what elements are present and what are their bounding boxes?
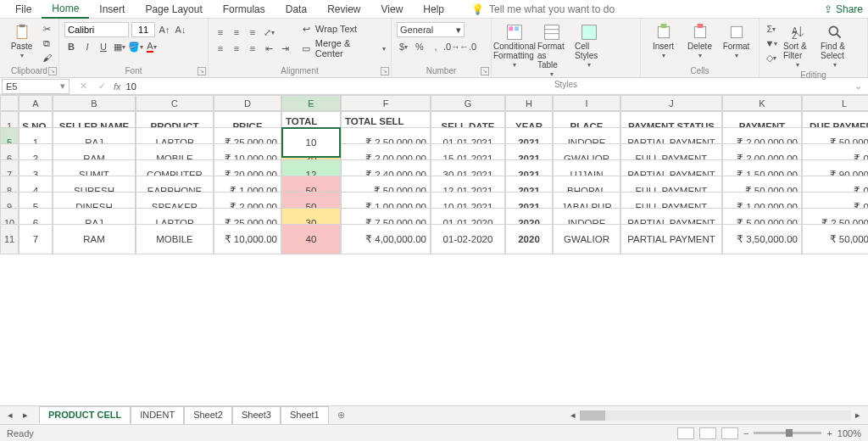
cell-K11[interactable]: ₹ 3,50,000.00 [722,224,802,254]
sheet-nav-next-icon[interactable]: ▸ [19,409,32,422]
menu-tab-help[interactable]: Help [413,1,454,18]
tell-me[interactable]: 💡Tell me what you want to do [471,3,615,15]
border-icon[interactable]: ▦ [113,40,126,53]
cell-C11[interactable]: MOBILE [136,224,214,254]
zoom-level[interactable]: 100% [837,428,861,438]
delete-cells-button[interactable]: Delete [682,22,717,61]
hscroll-track[interactable] [580,410,851,421]
decrease-decimal-icon[interactable]: ←.0 [461,40,475,53]
col-header-E[interactable]: E [281,95,341,111]
view-normal-button[interactable] [677,427,694,439]
number-format-select[interactable]: General▾ [397,22,465,37]
font-name-select[interactable] [64,22,129,37]
hscroll-left-icon[interactable]: ◂ [566,409,580,422]
col-header-K[interactable]: K [722,95,802,111]
increase-font-icon[interactable]: A↑ [158,23,171,36]
sheet-tab-1[interactable]: INDENT [131,406,184,424]
add-sheet-button[interactable]: ⊕ [329,407,353,423]
sheet-nav-prev-icon[interactable]: ◂ [3,409,17,422]
align-center-icon[interactable]: ≡ [230,42,243,55]
conditional-formatting-button[interactable]: Conditional Formatting [497,22,532,70]
cell-F11[interactable]: ₹ 4,00,000.00 [341,224,431,254]
row-header-11[interactable]: 11 [0,224,19,254]
find-select-button[interactable]: Find & Select [817,22,853,70]
menu-tab-view[interactable]: View [371,1,414,18]
merge-center-button[interactable]: ▭Merge & Center [299,38,386,59]
sheet-tab-2[interactable]: Sheet2 [184,406,232,424]
decrease-font-icon[interactable]: A↓ [174,23,187,36]
align-bottom-icon[interactable]: ≡ [246,25,259,39]
spreadsheet-grid[interactable]: ABCDEFGHIJKL1S.NO.SELLER NAMEPRODUCTPRIC… [0,95,868,405]
cell-E11[interactable]: 40 [281,224,341,254]
sheet-tab-4[interactable]: Sheet1 [281,406,329,424]
wrap-text-button[interactable]: ↩Wrap Text [299,22,386,36]
cancel-formula-icon[interactable]: ✕ [76,80,90,93]
name-box[interactable]: E5▾ [2,79,70,94]
col-header-J[interactable]: J [620,95,722,111]
fx-icon[interactable]: fx [114,81,121,92]
cell-G11[interactable]: 01-02-2020 [431,224,505,254]
font-launcher[interactable]: ↘ [198,67,206,75]
col-header-G[interactable]: G [431,95,505,111]
align-right-icon[interactable]: ≡ [246,42,259,55]
col-header-B[interactable]: B [53,95,136,111]
copy-icon[interactable]: ⧉ [40,36,53,50]
align-left-icon[interactable]: ≡ [214,42,227,55]
number-launcher[interactable]: ↘ [481,67,489,75]
zoom-out-button[interactable]: − [743,428,748,438]
fill-icon[interactable]: ▼ [765,36,778,50]
cell-B11[interactable]: RAM [53,224,136,254]
col-header-I[interactable]: I [553,95,620,111]
format-cells-button[interactable]: Format [719,22,754,61]
hscroll-thumb[interactable] [580,410,605,421]
enter-formula-icon[interactable]: ✓ [95,80,108,93]
hscroll-right-icon[interactable]: ▸ [851,409,865,422]
view-pagelayout-button[interactable] [699,427,716,439]
fill-color-icon[interactable]: 🪣 [129,40,142,53]
cell-J11[interactable]: PARTIAL PAYMENT [620,224,722,254]
align-middle-icon[interactable]: ≡ [230,25,243,39]
cell-D11[interactable]: ₹ 10,000.00 [214,224,281,254]
clear-icon[interactable]: ◇ [765,51,778,64]
col-header-H[interactable]: H [505,95,553,111]
cell-styles-button[interactable]: Cell Styles [571,22,607,70]
menu-tab-review[interactable]: Review [317,1,370,18]
share-button[interactable]: ⇪Share [824,3,863,15]
comma-icon[interactable]: , [429,40,442,53]
view-pagebreak-button[interactable] [721,427,738,439]
cell-H11[interactable]: 2020 [505,224,553,254]
indent-decrease-icon[interactable]: ⇤ [262,42,275,55]
col-header-F[interactable]: F [341,95,431,111]
formula-bar-input[interactable]: 10 [126,81,136,92]
menu-tab-data[interactable]: Data [275,1,317,18]
menu-tab-file[interactable]: File [5,1,42,18]
select-all-corner[interactable] [0,95,19,111]
menu-tab-pagelayout[interactable]: Page Layout [135,1,212,18]
zoom-slider[interactable] [754,432,821,434]
col-header-A[interactable]: A [19,95,53,111]
italic-icon[interactable]: I [81,40,94,53]
cell-A11[interactable]: 7 [19,224,53,254]
cut-icon[interactable]: ✂ [40,22,53,36]
clipboard-launcher[interactable]: ↘ [48,67,57,75]
paste-button[interactable]: Paste [5,22,38,61]
align-top-icon[interactable]: ≡ [214,25,227,39]
sheet-tab-0[interactable]: PRODUCT CELL [39,406,131,424]
autosum-icon[interactable]: Σ [765,22,778,36]
menu-tab-formulas[interactable]: Formulas [213,1,275,18]
col-header-L[interactable]: L [802,95,868,111]
cell-I11[interactable]: GWALIOR [553,224,620,254]
cell-L11[interactable]: ₹ 50,000.00 [802,224,868,254]
menu-tab-home[interactable]: Home [42,0,89,19]
font-color-icon[interactable]: A [145,40,159,53]
sort-filter-button[interactable]: AZSort & Filter [780,22,815,70]
alignment-launcher[interactable]: ↘ [381,67,389,75]
col-header-D[interactable]: D [214,95,281,111]
format-as-table-button[interactable]: Format as Table [534,22,570,80]
orientation-icon[interactable]: ⤢ [262,25,275,39]
underline-icon[interactable]: U [97,40,110,53]
sheet-tab-3[interactable]: Sheet3 [232,406,281,424]
font-size-select[interactable] [131,22,155,37]
insert-cells-button[interactable]: Insert [646,22,681,61]
menu-tab-insert[interactable]: Insert [89,1,135,18]
